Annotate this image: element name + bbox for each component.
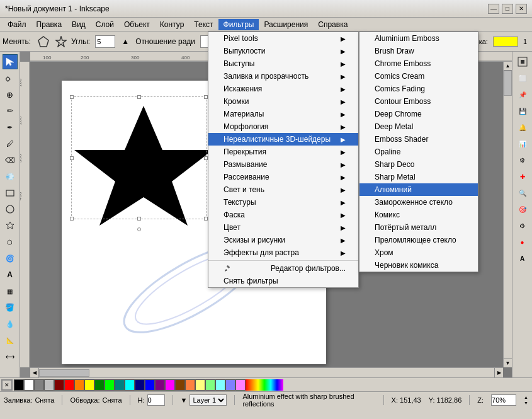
color-cyan[interactable] [125,379,135,391]
zoom-up[interactable]: ▲ [524,394,528,400]
color-red[interactable] [64,379,74,391]
right-tool-5[interactable]: 🔔 [515,120,530,135]
color-lime[interactable] [105,379,115,391]
filter-textures[interactable]: Текстуры▶ [208,196,358,209]
filter-bevel[interactable]: Фаска▶ [208,209,358,221]
color-blue[interactable] [145,379,155,391]
color-teal[interactable] [115,379,125,391]
shader-comics-draft[interactable]: Черновик комикса [359,259,478,272]
connector-tool[interactable]: ⟷ [3,349,18,364]
text-tool[interactable]: A [3,267,18,282]
shader-comics-fading[interactable]: Comics Fading [359,83,478,95]
shader-opaline[interactable]: Opaline [359,146,478,158]
zoom-in-tool[interactable]: ⊕ [3,87,18,102]
filter-blur[interactable]: Размывание▶ [208,158,358,171]
filter-color[interactable]: Цвет▶ [208,221,358,234]
shader-aluminium-emboss[interactable]: Aluminium Emboss [359,32,478,45]
right-tool-11[interactable]: ⚙ [515,218,530,233]
filter-3d-shaders[interactable]: Нереалистичные 3D-шейдеры▶ [208,133,358,146]
menu-edit[interactable]: Правка [31,19,67,30]
vertical-scrollbar[interactable]: ▲ ▼ [503,62,512,367]
eraser-tool[interactable]: ⌫ [3,152,18,168]
zoom-input[interactable] [491,394,516,406]
color-green[interactable] [94,379,105,391]
filter-materials[interactable]: Материалы▶ [208,108,358,120]
color-pink[interactable] [235,379,246,391]
shader-comics-ru[interactable]: Комикс [359,209,478,221]
rect-tool[interactable] [3,185,18,200]
shader-deep-chrome[interactable]: Deep Chrome [359,108,478,120]
no-color-swatch[interactable]: ✕ [1,379,13,391]
filter-pixel-tools[interactable]: Pixel tools▶ [208,32,358,45]
menu-view[interactable]: Вид [67,19,91,30]
menu-text[interactable]: Текст [189,19,218,30]
filter-editor[interactable]: Редактор фильтров... [208,262,358,275]
menu-help[interactable]: Справка [313,19,353,30]
color-purple[interactable] [155,379,165,391]
shader-emboss-shader[interactable]: Emboss Shader [359,133,478,146]
color-lightblue[interactable] [225,379,235,391]
filter-morphology[interactable]: Морфология▶ [208,120,358,133]
right-tool-4[interactable]: 💾 [515,103,530,118]
filter-sketches[interactable]: Эскизы и рисунки▶ [208,234,358,246]
color-brown[interactable] [175,379,185,391]
color-salmon[interactable] [185,379,195,391]
shader-contour-emboss[interactable]: Contour Emboss [359,95,478,108]
color-black[interactable] [14,379,24,391]
menu-layer[interactable]: Слой [91,19,119,30]
star-icon[interactable] [54,34,69,49]
fill-tool[interactable]: 🪣 [3,300,18,315]
color-lightcyan[interactable] [215,379,225,391]
filter-distortions[interactable]: Искажения▶ [208,83,358,95]
fill-swatch[interactable] [493,37,518,47]
color-maroon[interactable] [54,379,64,391]
shader-aluminium-ru[interactable]: Алюминий [359,183,478,196]
star-shape-tool[interactable] [3,218,18,233]
right-tool-snap[interactable] [515,54,530,69]
menu-file[interactable]: Файл [3,19,31,30]
angles-up-icon[interactable]: ▲ [118,34,133,49]
filter-overlays[interactable]: Перекрытия▶ [208,146,358,158]
filter-light-shadow[interactable]: Свет и тень▶ [208,183,358,196]
shader-sharp-deco[interactable]: Sharp Deco [359,158,478,171]
color-orange[interactable] [74,379,84,391]
filter-fill-transparency[interactable]: Заливка и прозрачность▶ [208,70,358,83]
menu-object[interactable]: Объект [119,19,155,30]
shader-brush-draw[interactable]: Brush Draw [359,45,478,57]
right-tool-7[interactable]: ⚙ [515,152,530,168]
zoom-down[interactable]: ▼ [524,400,528,406]
menu-extensions[interactable]: Расширения [259,19,313,30]
shader-refracting-glass[interactable]: Преломляющее стекло [359,234,478,246]
color-lightyellow[interactable] [195,379,205,391]
right-tool-6[interactable]: 📊 [515,136,530,151]
pencil-tool[interactable]: ✏ [3,103,18,118]
right-tool-red2[interactable]: ● [515,234,530,250]
measure-tool[interactable]: 📐 [3,333,18,348]
spray-tool[interactable]: 💨 [3,169,18,184]
shader-frozen-glass[interactable]: Замороженное стекло [359,196,478,209]
select-tool[interactable] [3,54,18,69]
filter-raster[interactable]: Эффекты для растра▶ [208,246,358,259]
shader-deep-metal[interactable]: Deep Metal [359,120,478,133]
angles-input[interactable] [95,35,115,48]
color-lightgreen[interactable] [205,379,215,391]
close-button[interactable]: ✕ [516,4,527,14]
shader-chrome-emboss[interactable]: Chrome Emboss [359,57,478,70]
right-tool-2[interactable]: ⬜ [515,71,530,86]
filter-scatter[interactable]: Рассеивание▶ [208,171,358,183]
shader-worn-metal[interactable]: Потёртый металл [359,221,478,234]
color-silver[interactable] [44,379,54,391]
menu-filters[interactable]: Фильтры [218,19,259,30]
horizontal-scrollbar[interactable]: ◀ ▶ [30,367,503,377]
shader-sharp-metal[interactable]: Sharp Metal [359,171,478,183]
right-tool-9[interactable]: 🔍 [515,185,530,200]
color-navy[interactable] [135,379,145,391]
calligraphy-tool[interactable]: 🖊 [3,136,18,151]
color-rainbow[interactable] [246,379,283,391]
right-tool-red[interactable]: ✚ [515,169,530,184]
spiral-tool[interactable]: 🌀 [3,251,18,266]
eyedropper-tool[interactable]: 💧 [3,316,18,331]
filter-remove[interactable]: Снять фильтры [208,275,358,287]
color-magenta[interactable] [165,379,175,391]
filter-protrusions[interactable]: Выступы▶ [208,57,358,70]
